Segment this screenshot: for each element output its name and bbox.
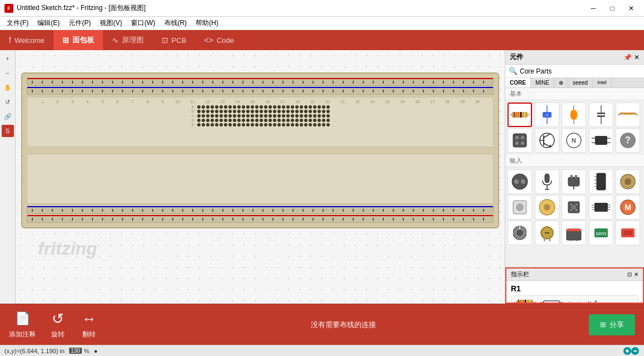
transistor-npn-icon [539,131,555,150]
button-icon [512,199,528,215]
part-ic[interactable] [589,128,613,153]
menu-help[interactable]: 帮助(H) [191,17,223,29]
menu-routing[interactable]: 布线(R) [160,17,192,29]
part-buzzer[interactable] [562,221,586,245]
window-controls: ─ □ ✕ [585,3,640,14]
zoom-in-button[interactable]: + [2,52,14,65]
tab-pcb[interactable]: ⊡ PCB [153,30,196,50]
cat-tab-core[interactable]: CORE [505,78,531,87]
tab-welcome[interactable]: f Welcome [0,30,53,50]
coordinates-display: (x,y)=(6.644, 1.190) in [4,348,65,354]
part-mosfet[interactable]: N [562,128,586,153]
left-toolbar: + − ✋ ↺ 🔗 S [0,50,16,304]
part-resistor[interactable] [508,103,532,127]
undo-button[interactable]: ↺ [2,96,14,108]
menu-component[interactable]: 元件(P) [64,17,95,29]
svg-rect-106 [518,300,519,304]
part-sensor[interactable] [616,169,640,194]
connector-multi-icon [594,172,608,191]
cat-tab-mine[interactable]: MINE [531,78,554,87]
minimize-button[interactable]: ─ [585,3,602,14]
maximize-button[interactable]: □ [604,3,621,14]
breadboard[interactable]: 123 456 789 101112 131415 161718 192021 … [21,72,499,228]
parts-close-button[interactable]: ✕ [634,53,640,61]
part-connector-multi[interactable] [589,169,613,194]
part-switch[interactable] [508,169,532,194]
parts-panel: 元件 📌 ✕ 🔍 CORE MINE ⊕ see [505,50,644,267]
inspector-controls: ⊡ ✕ [627,271,638,277]
part-tact-switch[interactable] [562,195,586,220]
menu-window[interactable]: 窗口(W) [126,17,159,29]
inspector-float-button[interactable]: ⊡ [627,271,632,277]
search-input[interactable] [520,67,641,75]
inspector-close-button[interactable]: ✕ [634,271,638,277]
rotate-icon: ↺ [49,310,67,328]
preview-schematic-icon [540,298,563,304]
svg-text:sens: sens [596,231,607,236]
part-microphone[interactable] [535,169,559,194]
part-led[interactable] [562,103,586,127]
capacitor-icon [597,105,605,124]
preview-bb-icon [514,298,536,304]
parts-pin-button[interactable]: 📌 [623,53,632,61]
part-connector[interactable] [508,128,532,153]
zoom-unit: % [84,348,90,354]
part-chip2[interactable] [616,221,640,245]
connect-button[interactable]: 🔗 [2,110,14,123]
cat-tab-intel[interactable]: intel [593,78,612,87]
part-capacitor-polarized[interactable]: + [535,103,559,127]
status-text: 没有需要布线的连接 [311,320,376,329]
part-inductor[interactable] [616,103,640,127]
svg-rect-15 [518,112,519,118]
power-rail-top-blue [27,87,494,95]
breadboard-main-bottom [27,154,494,204]
menu-view[interactable]: 视图(V) [95,17,126,29]
branding-area [623,345,640,357]
tab-breadboard[interactable]: ⊞ 面包板 [53,30,103,50]
part-ic-chip[interactable] [589,195,613,220]
part-plug[interactable] [562,169,586,194]
pan-tool-button[interactable]: ✋ [2,81,14,94]
flip-action[interactable]: ↔ 翻转 [80,310,98,339]
zoom-out-button[interactable]: − [2,67,14,79]
close-button[interactable]: ✕ [623,3,640,14]
svg-rect-55 [545,174,549,183]
svg-text:?: ? [626,135,631,145]
tab-code[interactable]: <> Code [196,30,243,50]
cat-tab-add[interactable]: ⊕ [554,78,568,87]
part-disc-cap[interactable] [535,221,559,245]
add-note-action[interactable]: 📄 添加注释 [9,310,36,339]
svg-point-34 [521,136,524,139]
svg-point-35 [515,142,519,145]
part-button[interactable] [508,195,532,220]
part-transistor-npn[interactable] [535,128,559,153]
part-unknown[interactable]: ? [616,128,640,153]
menu-edit[interactable]: 编辑(E) [33,17,64,29]
component-name: R1 [511,284,638,293]
menu-file[interactable]: 文件(F) [2,17,33,29]
tab-pcb-icon: ⊡ [162,36,168,45]
tab-schematic[interactable]: ∿ 原理图 [103,30,153,50]
tab-schematic-label: 原理图 [122,35,144,45]
parts-grid-input: M [505,167,644,245]
rotate-action[interactable]: ↺ 旋转 [49,310,67,339]
breadboard-wrapper: 123 456 789 101112 131415 161718 192021 … [21,72,499,228]
svg-rect-58 [568,177,579,186]
share-button[interactable]: ⊞ 分享 [589,314,635,335]
canvas-area[interactable]: 123 456 789 101112 131415 161718 192021 … [16,50,505,304]
part-speaker[interactable] [535,195,559,220]
part-sensor2[interactable]: sens [589,221,613,245]
svg-point-53 [514,179,519,184]
svg-point-73 [546,206,548,208]
part-potentiometer[interactable] [508,221,532,245]
svg-rect-80 [594,203,608,212]
cat-tab-seeed[interactable]: seeed [568,78,593,87]
disc-cap-icon [540,225,554,241]
share-label: 分享 [609,320,624,330]
part-motor[interactable]: M [616,195,640,220]
svg-point-79 [571,204,577,210]
part-capacitor[interactable] [589,103,613,127]
buzzer-icon [565,225,582,241]
route-button[interactable]: S [2,125,14,137]
sensor-icon [619,173,637,191]
